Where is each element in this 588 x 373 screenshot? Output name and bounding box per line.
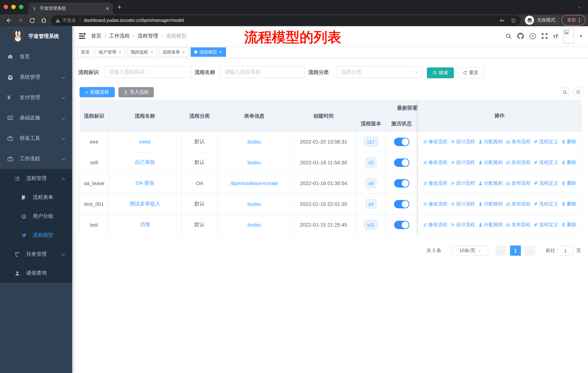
search-button[interactable]: 搜索 (427, 67, 454, 78)
close-window-button[interactable] (4, 5, 8, 9)
close-icon[interactable]: ✕ (118, 50, 122, 54)
cell-form[interactable]: biubiu (218, 194, 291, 214)
traffic-lights[interactable] (4, 5, 23, 9)
breadcrumb-workflow[interactable]: 工作流程 (109, 33, 130, 39)
cell-form[interactable]: /bpm/oa/leave/create (218, 173, 291, 194)
caret-down-icon[interactable]: ▼ (579, 34, 583, 38)
cell-version[interactable]: v5 (357, 173, 386, 194)
action-publish[interactable]: 发布流程 (506, 159, 530, 166)
sidebar-item-user-group[interactable]: 用户分组 (0, 207, 72, 226)
sidebar-item-task-manage[interactable]: 任务管理 (0, 245, 72, 264)
action-definition[interactable]: 流程定义 (534, 159, 558, 166)
action-assign[interactable]: 分配规则 (478, 201, 503, 207)
action-design[interactable]: 设计流程 (451, 222, 475, 228)
action-design[interactable]: 设计流程 (451, 138, 475, 145)
page-size-select[interactable]: 10条/页∨ (452, 245, 488, 256)
close-icon[interactable]: ✕ (182, 50, 185, 54)
action-delete[interactable]: 删除 (561, 138, 576, 145)
toggle-search-icon[interactable] (560, 87, 570, 97)
tag-my-process[interactable]: 我的流程✕ (127, 47, 157, 57)
sidebar-item-infra[interactable]: 基础设施 (0, 108, 72, 128)
action-design[interactable]: 设计流程 (451, 159, 475, 166)
close-icon[interactable]: ✕ (219, 50, 222, 54)
tab-close-icon[interactable]: ✕ (105, 6, 109, 11)
active-toggle[interactable] (394, 179, 409, 187)
sidebar-logo[interactable]: 芋道管理系统 (0, 26, 72, 47)
browser-update-button[interactable]: 更新 (561, 15, 586, 26)
cell-version[interactable]: v4 (357, 194, 386, 214)
sidebar-item-workflow[interactable]: 工作流程 (0, 149, 72, 169)
sidebar-item-process-manage[interactable]: 流程管理 (0, 169, 72, 188)
search-icon[interactable] (505, 33, 512, 39)
tag-process-form[interactable]: 流程表单✕ (159, 47, 189, 57)
import-process-button[interactable]: 导入流程 (118, 87, 154, 97)
password-key-icon[interactable] (499, 18, 505, 23)
github-icon[interactable] (517, 32, 524, 40)
cell-name[interactable]: 自己审批 (109, 152, 181, 173)
tag-home[interactable]: 首页 (77, 47, 93, 57)
refresh-icon[interactable] (573, 87, 583, 97)
avatar[interactable] (563, 29, 574, 43)
action-delete[interactable]: 删除 (561, 159, 576, 166)
cell-version[interactable]: v2 (357, 152, 386, 173)
breadcrumb-process-manage[interactable]: 流程管理 (138, 33, 158, 39)
action-delete[interactable]: 删除 (561, 180, 576, 186)
new-tab-button[interactable]: + (117, 3, 121, 11)
tag-tenant[interactable]: 租户管理✕ (95, 47, 125, 57)
filter-id-input[interactable]: 请输入流程标识 (104, 66, 192, 78)
maximize-window-button[interactable] (19, 5, 23, 9)
action-assign[interactable]: 分配规则 (478, 159, 503, 166)
cell-name[interactable]: 滔博 (109, 214, 181, 235)
back-button[interactable] (3, 17, 15, 23)
home-button[interactable] (38, 17, 50, 23)
action-design[interactable]: 设计流程 (451, 180, 475, 186)
sidebar-item-process-model[interactable]: 流程模型 (0, 226, 72, 245)
filter-category-select[interactable]: 流程分类∨ (336, 66, 422, 78)
current-page-button[interactable]: 1 (510, 245, 521, 256)
goto-page-input[interactable]: 1 (557, 245, 573, 256)
action-publish[interactable]: 发布流程 (506, 180, 530, 186)
action-delete[interactable]: 删除 (561, 201, 576, 207)
sidebar-item-payment[interactable]: ¥ 支付管理 (0, 87, 72, 108)
action-definition[interactable]: 流程定义 (534, 222, 558, 228)
sidebar-item-process-form[interactable]: 流程表单 (0, 188, 72, 207)
active-toggle[interactable] (394, 158, 409, 167)
close-icon[interactable]: ✕ (150, 50, 153, 54)
action-definition[interactable]: 流程定义 (534, 201, 558, 207)
cell-form[interactable]: biubiu (218, 214, 291, 235)
browser-tab[interactable]: 芋道管理系统 ✕ (28, 2, 113, 14)
active-toggle[interactable] (394, 138, 409, 146)
sidebar-toggle-icon[interactable] (78, 32, 86, 40)
reload-button[interactable] (26, 17, 38, 23)
breadcrumb-home[interactable]: 首页 (91, 33, 101, 39)
action-edit[interactable]: 修改流程 (423, 138, 447, 145)
url-bar[interactable]: 不安全 dashboard.yudao.iocoder.cn/bpm/manag… (51, 15, 521, 26)
action-delete[interactable]: 删除 (561, 222, 576, 228)
font-size-icon[interactable]: тT (553, 33, 558, 39)
reset-button[interactable]: 重置 (458, 67, 484, 78)
action-edit[interactable]: 修改流程 (423, 159, 447, 166)
action-publish[interactable]: 发布流程 (506, 138, 530, 145)
action-edit[interactable]: 修改流程 (423, 222, 447, 228)
cell-version[interactable]: v17 (357, 131, 386, 152)
active-toggle[interactable] (394, 221, 409, 229)
tab-search-icon[interactable]: ⌄ (578, 4, 581, 9)
bookmark-star-icon[interactable] (511, 18, 516, 23)
cell-name[interactable]: eeee (109, 131, 181, 152)
sidebar-item-system[interactable]: 系统管理 (0, 67, 72, 87)
browser-menu-icon[interactable] (579, 18, 580, 23)
action-assign[interactable]: 分配规则 (478, 180, 503, 186)
filter-name-input[interactable]: 请输入流程名称 (220, 66, 305, 78)
action-assign[interactable]: 分配规则 (478, 138, 503, 145)
tag-process-model[interactable]: 流程模型✕ (191, 47, 226, 57)
action-definition[interactable]: 流程定义 (534, 138, 558, 145)
action-publish[interactable]: 发布流程 (506, 201, 530, 207)
action-edit[interactable]: 修改流程 (423, 180, 447, 186)
active-toggle[interactable] (394, 200, 409, 208)
sidebar-item-leave-query[interactable]: 请假查询 (0, 264, 72, 283)
forward-button[interactable] (15, 17, 26, 23)
cell-form[interactable]: biubiu (218, 152, 291, 173)
sidebar-item-devtools[interactable]: 研发工具 (0, 128, 72, 149)
action-definition[interactable]: 流程定义 (534, 180, 558, 186)
prev-page-button[interactable]: ‹ (495, 245, 506, 256)
